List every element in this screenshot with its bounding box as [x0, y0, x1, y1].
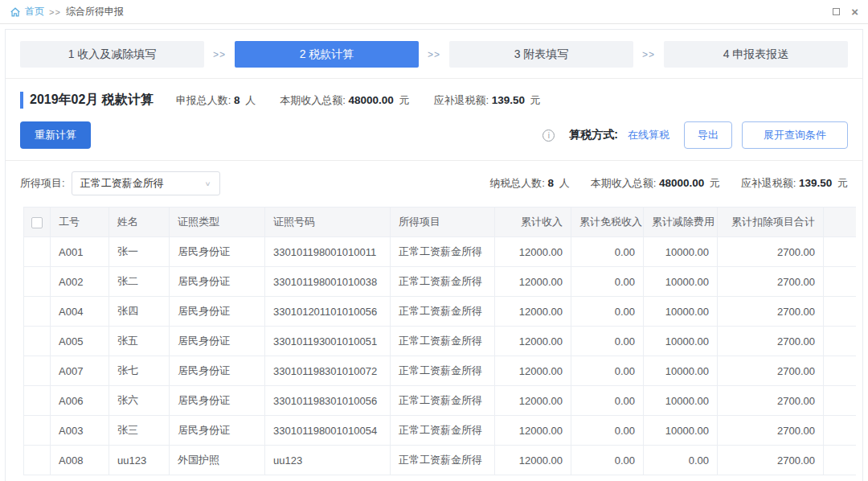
table-cell: 2700.00 [718, 327, 824, 356]
table-cell: 2700.00 [718, 356, 824, 386]
stat-label: 应补退税额: [433, 94, 489, 106]
table-cell: 12000.00 [495, 267, 571, 297]
table-row[interactable]: A007张七居民身份证330101198301010072正常工资薪金所得120… [24, 356, 857, 386]
stat-unit: 元 [399, 94, 409, 106]
table-cell: 居民身份证 [170, 267, 265, 297]
expand-query-button[interactable]: 展开查询条件 [742, 121, 848, 149]
table-cell: A003 [51, 416, 109, 446]
table-cell: 10000.00 [644, 267, 718, 297]
filter-stat-taxpayer-count: 纳税总人数: 8 人 [489, 176, 569, 191]
row-select-cell[interactable] [24, 416, 51, 446]
recalculate-button[interactable]: 重新计算 [20, 121, 91, 149]
table-cell: 0.00 [571, 327, 644, 356]
table-row[interactable]: A008uu123外国护照uu123正常工资薪金所得12000.000.000.… [24, 446, 857, 475]
table-cell: 12000.00 [495, 416, 571, 446]
filter-row: 所得项目: 正常工资薪金所得 ∨ 纳税总人数: 8 人 本期收入总额: 4800… [6, 161, 862, 205]
table-body: A001张一居民身份证330101198001010011正常工资薪金所得120… [24, 237, 857, 475]
table-cell: 330101198001010011 [265, 237, 391, 267]
table-cell: 0.00 [571, 446, 644, 475]
tab-step-1-income[interactable]: 1 收入及减除填写 [20, 41, 204, 68]
stat-unit: 元 [837, 177, 848, 189]
table-cell: 330101198301010056 [265, 386, 391, 416]
table-cell: 330101193001010051 [265, 327, 391, 356]
stat-value: 139.50 [492, 94, 525, 106]
breadcrumb-separator: >> [49, 7, 61, 17]
table-cell: 居民身份证 [170, 297, 265, 327]
stat-unit: 元 [710, 177, 720, 189]
step-separator-icon: >> [633, 49, 664, 60]
info-icon: i [542, 130, 555, 142]
table-cell: 330101201101010056 [265, 297, 391, 327]
column-header: 累计免税收入 [571, 208, 644, 237]
table-cell: 居民身份证 [170, 237, 265, 267]
table-cell [824, 356, 857, 386]
row-select-cell[interactable] [24, 356, 51, 386]
income-item-select[interactable]: 正常工资薪金所得 ∨ [72, 171, 220, 195]
tab-step-4-submit[interactable]: 4 申报表报送 [664, 41, 848, 68]
home-icon[interactable] [10, 6, 21, 18]
breadcrumb-current: 综合所得申报 [66, 5, 124, 18]
table-cell: 10000.00 [644, 416, 718, 446]
table-cell: 0.00 [571, 237, 644, 267]
table-cell: 2700.00 [718, 416, 824, 446]
table-cell: A001 [51, 237, 109, 267]
table-cell: 12000.00 [495, 327, 571, 356]
filter-stat-tax-due: 应补退税额: 139.50 元 [741, 176, 848, 191]
table-row[interactable]: A002张二居民身份证330101198001010038正常工资薪金所得120… [24, 267, 857, 297]
table-cell: 正常工资薪金所得 [391, 327, 495, 356]
row-select-cell[interactable] [24, 267, 51, 297]
data-table: 工号姓名证照类型证照号码所得项目累计收入累计免税收入累计减除费用累计扣除项目合计… [23, 207, 856, 475]
column-header: 累计扣除项目合计 [718, 208, 824, 237]
chevron-down-icon: ∨ [205, 179, 211, 187]
table-cell: 0.00 [571, 416, 644, 446]
table-cell: 0.00 [571, 267, 644, 297]
table-cell: 12000.00 [495, 446, 571, 475]
table-cell: 张四 [109, 297, 170, 327]
stat-label: 申报总人数: [176, 94, 231, 106]
table-cell: A006 [51, 386, 109, 416]
summary-stat-declared-count: 申报总人数: 8 人 [176, 93, 256, 108]
row-select-cell[interactable] [24, 386, 51, 416]
close-icon[interactable]: × [851, 6, 858, 18]
column-header: 累计准 [824, 208, 857, 237]
select-all-checkbox[interactable] [31, 217, 43, 228]
row-select-cell[interactable] [24, 446, 51, 475]
row-select-cell[interactable] [24, 237, 51, 267]
stat-value: 48000.00 [659, 177, 704, 189]
tab-step-2-tax-calc[interactable]: 2 税款计算 [235, 41, 419, 68]
table-row[interactable]: A004张四居民身份证330101201101010056正常工资薪金所得120… [24, 297, 857, 327]
row-select-cell[interactable] [24, 327, 51, 356]
tax-mode-link[interactable]: 在线算税 [628, 128, 669, 142]
table-cell [824, 297, 857, 327]
maximize-icon[interactable] [833, 8, 840, 15]
table-cell: 张三 [109, 416, 170, 446]
table-row[interactable]: A005张五居民身份证330101193001010051正常工资薪金所得120… [24, 327, 857, 356]
table-cell: A005 [51, 327, 109, 356]
table-cell: 12000.00 [495, 356, 571, 386]
income-item-label: 所得项目: [20, 176, 65, 191]
column-header: 工号 [51, 208, 109, 237]
table-row[interactable]: A001张一居民身份证330101198001010011正常工资薪金所得120… [24, 237, 857, 267]
column-header: 累计收入 [495, 208, 571, 237]
table-cell [824, 446, 857, 475]
table-cell: 正常工资薪金所得 [391, 297, 495, 327]
summary-header: 2019年02月 税款计算 申报总人数: 8 人 本期收入总额: 48000.0… [6, 79, 862, 113]
column-header: 姓名 [109, 208, 170, 237]
table-cell: 0.00 [644, 446, 718, 475]
row-select-cell[interactable] [24, 297, 51, 327]
table-cell: 正常工资薪金所得 [391, 416, 495, 446]
tab-step-3-schedules[interactable]: 3 附表填写 [449, 41, 633, 68]
export-button[interactable]: 导出 [684, 121, 732, 149]
column-header: 证照类型 [170, 208, 265, 237]
stat-unit: 元 [530, 94, 541, 106]
table-row[interactable]: A003张三居民身份证330101198001010054正常工资薪金所得120… [24, 416, 857, 446]
column-header: 证照号码 [265, 208, 391, 237]
table-cell [824, 237, 857, 267]
table-header-row: 工号姓名证照类型证照号码所得项目累计收入累计免税收入累计减除费用累计扣除项目合计… [24, 208, 857, 237]
table-cell: 10000.00 [644, 297, 718, 327]
breadcrumb-home-link[interactable]: 首页 [25, 5, 44, 18]
table-row[interactable]: A006张六居民身份证330101198301010056正常工资薪金所得120… [24, 386, 857, 416]
table-cell [824, 416, 857, 446]
step-wizard: 1 收入及减除填写 >> 2 税款计算 >> 3 附表填写 >> 4 申报表报送 [6, 30, 862, 78]
income-item-selected-value: 正常工资薪金所得 [80, 176, 164, 191]
